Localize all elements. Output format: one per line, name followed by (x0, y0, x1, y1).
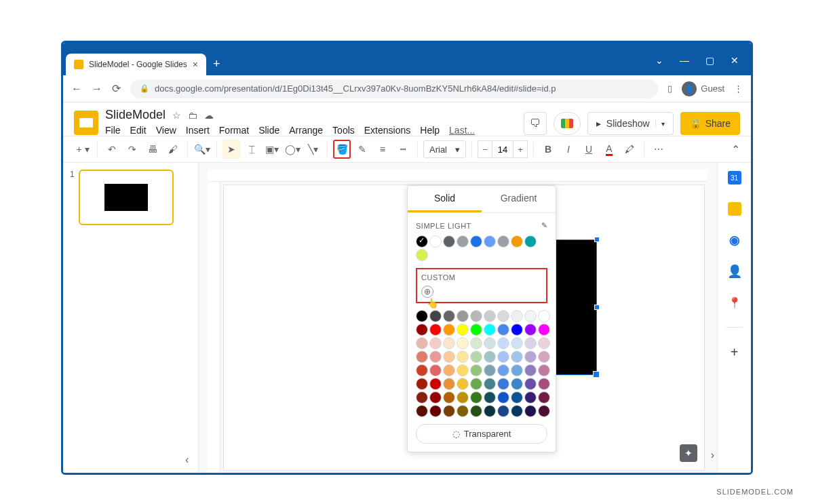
theme-swatch[interactable] (416, 235, 428, 248)
color-swatch[interactable] (429, 405, 442, 417)
color-swatch[interactable] (429, 391, 442, 404)
extensions-icon[interactable]: ▯ (667, 83, 672, 94)
menu-file[interactable]: File (105, 125, 121, 136)
color-swatch[interactable] (429, 364, 442, 376)
close-tab-icon[interactable]: × (193, 59, 198, 70)
color-swatch[interactable] (484, 324, 496, 336)
more-button[interactable]: ⋯ (650, 140, 667, 159)
font-name-select[interactable]: Arial ▾ (423, 140, 466, 158)
color-swatch[interactable] (470, 405, 482, 417)
slideshow-button[interactable]: ▸ Slideshow ▾ (587, 112, 674, 135)
forward-icon[interactable]: → (92, 83, 102, 95)
menu-format[interactable]: Format (219, 125, 249, 136)
color-swatch[interactable] (497, 378, 509, 390)
color-swatch[interactable] (484, 391, 496, 404)
cloud-icon[interactable]: ☁ (204, 110, 214, 121)
color-swatch[interactable] (511, 364, 523, 376)
color-swatch[interactable] (538, 324, 550, 336)
browser-tab[interactable]: SlideModel - Google Slides × (66, 54, 206, 75)
color-swatch[interactable] (497, 391, 509, 404)
color-swatch[interactable] (511, 391, 523, 404)
grid-view-icon[interactable]: ▦ (105, 470, 115, 475)
add-custom-color-button[interactable]: ⊕ (421, 286, 433, 298)
transparent-button[interactable]: ◌ Transparent (416, 424, 547, 444)
color-swatch[interactable] (416, 405, 428, 417)
back-icon[interactable]: ← (71, 83, 82, 95)
slide-canvas[interactable]: Solid Gradient SIMPLE LIGHT ✎ CU (223, 185, 705, 471)
maps-icon[interactable]: 📍 (728, 296, 741, 309)
color-swatch[interactable] (497, 351, 509, 363)
slides-logo-icon[interactable] (74, 111, 98, 135)
color-swatch[interactable] (416, 378, 428, 390)
font-size-decrease[interactable]: − (478, 140, 492, 158)
color-swatch[interactable] (457, 324, 469, 336)
color-swatch[interactable] (524, 405, 537, 417)
menu-slide[interactable]: Slide (258, 125, 279, 136)
color-swatch[interactable] (497, 337, 509, 349)
color-swatch[interactable] (538, 378, 550, 390)
collapse-panel-icon[interactable]: ‹ (185, 454, 189, 466)
color-swatch[interactable] (470, 378, 482, 390)
theme-swatch[interactable] (497, 235, 509, 248)
color-swatch[interactable] (538, 351, 550, 363)
url-field[interactable]: 🔒 docs.google.com/presentation/d/1Eg0Di1… (130, 79, 658, 98)
theme-swatch[interactable] (457, 235, 469, 248)
color-swatch[interactable] (524, 310, 537, 322)
border-weight-button[interactable]: ≡ (374, 140, 391, 159)
color-swatch[interactable] (538, 364, 550, 376)
tab-solid[interactable]: Solid (408, 186, 482, 212)
color-swatch[interactable] (457, 310, 469, 322)
redo-button[interactable]: ↷ (123, 140, 141, 159)
color-swatch[interactable] (524, 337, 537, 349)
color-swatch[interactable] (538, 310, 550, 322)
calendar-icon[interactable]: 31 (728, 171, 741, 185)
theme-swatch[interactable] (511, 235, 523, 248)
color-swatch[interactable] (524, 364, 537, 376)
color-swatch[interactable] (443, 337, 455, 349)
color-swatch[interactable] (470, 310, 482, 322)
color-swatch[interactable] (416, 310, 428, 322)
kebab-menu-icon[interactable]: ⋮ (734, 83, 743, 94)
tab-gradient[interactable]: Gradient (482, 186, 556, 212)
color-swatch[interactable] (443, 364, 455, 376)
font-size-value[interactable]: 14 (492, 140, 513, 158)
menu-view[interactable]: View (156, 125, 176, 136)
color-swatch[interactable] (416, 351, 428, 363)
doc-title[interactable]: SlideModel (105, 108, 166, 122)
color-swatch[interactable] (429, 351, 442, 363)
color-swatch[interactable] (497, 405, 509, 417)
shape-button[interactable]: ◯▾ (284, 140, 301, 159)
color-swatch[interactable] (484, 405, 496, 417)
maximize-icon[interactable]: ▢ (705, 55, 714, 66)
color-swatch[interactable] (484, 337, 496, 349)
color-swatch[interactable] (416, 364, 428, 376)
theme-swatch[interactable] (416, 249, 428, 261)
menu-tools[interactable]: Tools (332, 125, 355, 136)
color-swatch[interactable] (538, 391, 550, 404)
filmstrip-view-icon[interactable]: ▮▮ (73, 470, 85, 475)
color-swatch[interactable] (538, 337, 550, 349)
paint-format-button[interactable]: 🖌 (164, 140, 182, 159)
font-size-increase[interactable]: + (513, 140, 528, 158)
new-tab-button[interactable]: + (213, 57, 220, 71)
color-swatch[interactable] (484, 364, 496, 376)
bold-button[interactable]: B (539, 140, 557, 159)
color-swatch[interactable] (457, 378, 469, 390)
undo-button[interactable]: ↶ (103, 140, 121, 159)
fill-color-button[interactable]: 🪣 (333, 140, 351, 159)
slideshow-dropdown-icon[interactable]: ▾ (655, 120, 665, 128)
color-swatch[interactable] (511, 324, 523, 336)
slide-thumbnail[interactable] (79, 170, 174, 225)
menu-extensions[interactable]: Extensions (364, 125, 410, 136)
color-swatch[interactable] (429, 378, 442, 390)
chevron-down-icon[interactable]: ⌄ (655, 55, 663, 66)
collapse-toolbar-icon[interactable]: ⌃ (731, 143, 740, 156)
color-swatch[interactable] (457, 391, 469, 404)
color-swatch[interactable] (416, 391, 428, 404)
comment-history-icon[interactable]: 🗨 (524, 112, 547, 135)
underline-button[interactable]: U (580, 140, 598, 159)
edit-theme-icon[interactable]: ✎ (541, 221, 548, 230)
theme-swatch[interactable] (524, 235, 537, 248)
color-swatch[interactable] (511, 405, 523, 417)
color-swatch[interactable] (484, 351, 496, 363)
